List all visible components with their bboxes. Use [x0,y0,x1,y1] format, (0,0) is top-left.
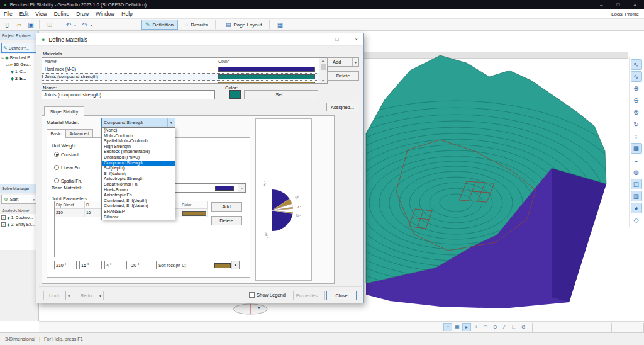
sphere-icon[interactable]: ◍ [631,167,642,178]
close-button[interactable]: × [633,2,636,8]
axes-icon[interactable]: ◇ [631,215,642,225]
project-explorer-header[interactable]: Project Explorer [0,31,38,40]
tree-item[interactable]: ⊟ ◉ Benched P... [0,54,38,61]
material-model-combobox[interactable]: Compound Strength ▾ [101,118,175,127]
redo-dropdown-icon[interactable]: ▾ [91,23,92,27]
materials-scrollbar[interactable]: ▲ ▼ [319,58,327,83]
new-file-icon[interactable]: ▯ [2,20,12,30]
expand-icon[interactable]: ⊟ [1,55,4,60]
scroll-up-icon[interactable]: ▲ [321,59,325,62]
chevron-down-icon[interactable]: ▾ [231,261,239,269]
dropdown-option[interactable]: (None) [102,128,175,133]
tab-basic[interactable]: Basic [47,129,65,138]
checkbox-icon[interactable] [249,292,255,298]
menu-item[interactable]: Window [96,11,114,17]
slice-view-icon[interactable]: ◫ [631,179,642,189]
dropdown-option[interactable]: Combined, S=f(datum) [102,203,175,209]
mesh-icon[interactable]: ▥ [631,191,642,201]
save-icon[interactable]: ▣ [26,20,36,30]
zoom-icon[interactable]: ⊙ [491,323,499,331]
analysis-checkbox[interactable]: ✓ [1,215,6,220]
dropdown-option[interactable]: Bedrock (Impenetrable) [102,149,175,155]
scrollbar-thumb[interactable] [321,64,326,70]
unit-weight-radio[interactable]: Constant [54,152,79,157]
add-joint-button[interactable]: Add [211,202,242,212]
joint-angle-input[interactable] [130,261,152,269]
maximize-button[interactable]: □ [616,2,619,8]
analysis-row[interactable]: ✓ ◆ 2. Entry Ex... [0,221,38,228]
slope-stability-tab[interactable]: Slope Stability [44,106,84,116]
tree-item[interactable]: ⊟ ▰ 3D Geo... [0,61,38,68]
open-file-icon[interactable]: ▱ [14,20,24,30]
add-dropdown-icon[interactable]: ▾ [352,58,358,66]
undo-icon[interactable]: ↶ [64,20,74,30]
menu-item[interactable]: File [4,11,13,17]
dropdown-option[interactable]: Undrained (Phi=0) [102,155,175,161]
menu-item[interactable]: Edit [19,11,29,17]
color-column-header[interactable]: Color [218,59,229,64]
rotate-view-icon[interactable]: ↻ [631,119,642,130]
dropdown-option[interactable]: Compound Strength [102,161,175,166]
set-color-button[interactable]: Set... [244,90,318,99]
undo-dropdown-icon[interactable]: ▾ [74,23,76,27]
material-row[interactable]: Hard rock (M-C) [42,65,327,73]
joint-material-combobox[interactable]: Soft rock (M-C) ▾ [156,261,240,269]
dropdown-option[interactable]: Combined, S=f(depth) [102,198,175,204]
dialog-maximize-button[interactable]: □ [335,37,338,42]
ruler-icon[interactable]: ∕ [500,323,509,331]
grid-icon[interactable]: ▦ [453,323,462,331]
analysis-checkbox[interactable]: ✓ [1,222,6,227]
chevron-down-icon[interactable]: ▾ [238,184,245,192]
definition-toggle[interactable]: ✎ Definition [141,20,178,30]
radio-icon[interactable] [54,165,59,170]
tree-item[interactable]: ◆ 1. C... [0,68,38,75]
zoom-out-object-icon[interactable]: ⊖ [631,95,642,106]
analysis-row[interactable]: ✓ ◆ 1. Cuckoo... [0,214,38,221]
dropdown-option[interactable]: SHANSEP [102,209,175,215]
dropdown-option[interactable]: Shear/Normal Fn. [102,182,175,188]
redo-button[interactable]: Redo ▾ [75,291,104,300]
angle-icon[interactable]: ∟ [509,323,518,331]
define-project-button[interactable]: ✎ Define Pr... [1,43,37,53]
cloud-icon[interactable]: ◠ [481,323,490,331]
redo-icon[interactable]: ↷ [80,20,90,30]
page-layout-button[interactable]: ▤ Page Layout [221,20,266,30]
radio-icon[interactable] [54,152,59,157]
undo-dropdown-icon[interactable]: ▾ [65,291,72,300]
select-cursor-icon[interactable]: ▸ [462,323,471,331]
orb-icon[interactable]: ◕ [631,203,642,213]
scroll-down-icon[interactable]: ▼ [321,79,325,82]
materials-list[interactable]: Name Color Hard rock (M-C) Joints (compo… [42,57,328,84]
tree-item[interactable]: ◆ 2. E... [0,75,38,82]
dialog-close-button[interactable]: × [355,37,358,42]
dropdown-option[interactable]: Anisotropic Fn. [102,193,175,198]
minimize-button[interactable]: – [600,2,602,8]
joint-angle-input[interactable] [54,261,77,269]
redo-dropdown-icon[interactable]: ▾ [97,291,103,300]
move-icon[interactable]: + [472,323,480,331]
dropdown-option[interactable]: Mohr-Coulomb [102,133,175,139]
unit-weight-radio[interactable]: Spatial Fn. [54,178,82,183]
print-icon[interactable]: ⊞ [45,20,55,30]
dropdown-option[interactable]: S=f(datum) [102,171,175,177]
dropdown-option[interactable]: Anisotropic Strength [102,176,175,182]
spline-icon[interactable]: ∿ [631,71,642,82]
view-manager-icon[interactable]: ▦ [631,143,642,154]
unit-weight-radio[interactable]: Linear Fn. [54,165,81,170]
dropdown-option[interactable]: Spatial Mohr-Coulomb [102,139,175,144]
chevron-down-icon[interactable]: ▾ [167,118,175,127]
joint-angle-input[interactable] [79,261,102,269]
material-row-partial[interactable] [42,81,327,84]
report-icon[interactable]: ▦ [275,20,285,30]
delete-material-button[interactable]: Delete [327,71,359,81]
dropdown-option[interactable]: High Strength [102,144,175,150]
select-icon[interactable]: ↖ [631,59,642,70]
menu-item[interactable]: Draw [76,11,89,17]
zoom-in-object-icon[interactable]: ⊕ [631,83,642,94]
start-button[interactable]: ⊛ Start ▾ [1,195,37,204]
show-legend-checkbox[interactable]: Show Legend [249,292,286,298]
add-material-button[interactable]: Add ▾ [327,57,359,67]
solve-manager-header[interactable]: Solve Manager [0,184,38,193]
zoom-region-icon[interactable]: ⊗ [631,107,642,118]
clock-icon[interactable]: ◔ [443,323,452,331]
